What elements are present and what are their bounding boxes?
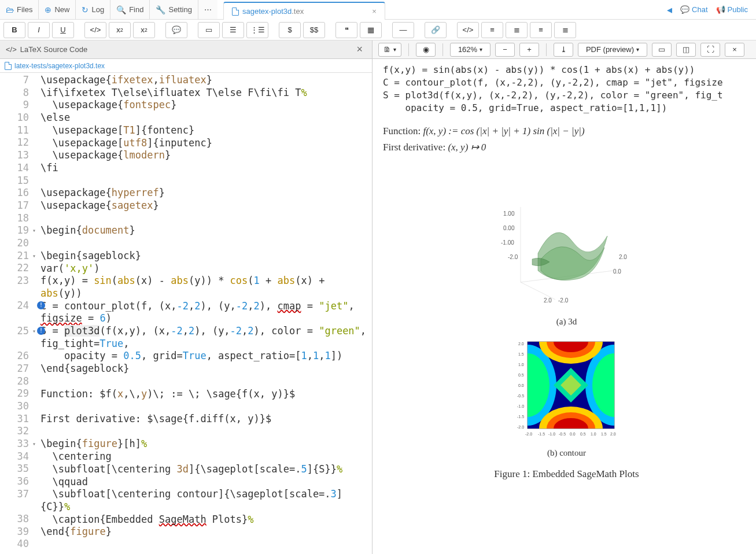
layout2-button[interactable]: ◫	[676, 43, 696, 57]
wrench-icon: 🔧	[156, 5, 165, 14]
ol-button[interactable]: ⋮☰	[246, 22, 268, 38]
search-icon: 🔍	[116, 5, 126, 14]
svg-text:-1.00: -1.00	[501, 239, 514, 246]
codeblock-button[interactable]: </>	[457, 22, 479, 38]
preview-code-line: S = plot3d(f(x,y), (x,-2,2), (y,-2,2), c…	[383, 89, 750, 102]
sync-button[interactable]: ◉	[416, 43, 436, 57]
caret-left-icon[interactable]: ◂	[667, 3, 672, 16]
svg-text:0.5: 0.5	[518, 373, 524, 377]
filepath-text: latex-tests/sagetex-plot3d.tex	[14, 62, 105, 70]
svg-text:0.5: 0.5	[580, 432, 586, 436]
quote-button[interactable]: ❝	[335, 22, 357, 38]
svg-text:2.0: 2.0	[619, 254, 627, 260]
link-button[interactable]: 🔗	[425, 22, 447, 38]
files-button[interactable]: 🗁Files	[0, 0, 39, 19]
svg-text:-2.0: -2.0	[517, 425, 524, 429]
file-icon	[232, 8, 239, 16]
preview-body[interactable]: f(x,y) = sin(abs(x) - abs(y)) * cos(1 + …	[373, 59, 756, 554]
svg-text:-2.0: -2.0	[525, 432, 532, 436]
editor-header: </>LaTeX Source Code ×	[0, 40, 372, 59]
svg-text:0.0: 0.0	[613, 268, 621, 275]
ul-button[interactable]: ☰	[222, 22, 244, 38]
preview-derivative: First derivative: (x, y) ↦ 0	[383, 140, 750, 155]
underline-button[interactable]: U	[52, 22, 74, 38]
svg-text:1.5: 1.5	[601, 432, 607, 436]
svg-text:-2.0: -2.0	[508, 254, 518, 260]
document-tab[interactable]: sagetex-plot3d.tex ×	[223, 2, 385, 20]
svg-text:-1.5: -1.5	[538, 432, 545, 436]
svg-text:0.0: 0.0	[570, 432, 576, 436]
contour-figure: 2.01.51.0 0.50.0-0.5 -1.0-1.5-2.0 -2.0-1…	[515, 338, 619, 442]
find-button[interactable]: 🔍Find	[110, 0, 150, 19]
filepath-bar[interactable]: latex-tests/sagetex-plot3d.tex	[0, 59, 372, 73]
preview-code-line: C = contour_plot(f, (x,-2,2), (y,-2,2), …	[383, 76, 750, 89]
align-left-button[interactable]: ≡	[481, 22, 503, 38]
zoom-out-button[interactable]: −	[495, 43, 515, 57]
svg-text:-2.0: -2.0	[558, 297, 569, 304]
refresh-icon: ↻	[82, 5, 88, 14]
caption-b: (b) contour	[383, 448, 750, 458]
svg-text:2.0: 2.0	[518, 342, 524, 346]
preview-function: Function: f(x, y) := cos (|x| + |y| + 1)…	[383, 124, 750, 139]
caption-a: (a) 3d	[383, 317, 750, 327]
close-tab-icon[interactable]: ×	[372, 7, 377, 16]
svg-text:0.0: 0.0	[518, 383, 524, 387]
svg-text:-1.0: -1.0	[517, 404, 524, 408]
svg-text:2.0: 2.0	[544, 297, 552, 304]
format-toolbar: B I U </> x2 x2 💬 ▭ ☰ ⋮☰ $ $$ ❝ ▦ — 🔗 </…	[0, 20, 756, 40]
table-button[interactable]: ▦	[360, 22, 382, 38]
zoom-in-button[interactable]: +	[519, 43, 539, 57]
zoom-display[interactable]: 162% ▾	[450, 43, 491, 57]
code-editor[interactable]: 78910111213141516171819▾2021▾222324!25▾!…	[0, 73, 372, 554]
page-button[interactable]: 🗎▾	[378, 43, 401, 57]
download-button[interactable]: ⤓	[554, 43, 573, 57]
display-math-button[interactable]: $$	[303, 22, 325, 38]
plot3d-figure: 1.00 0.00 -1.00 -2.0 2.0 0.0 2.0 -2.0	[497, 184, 636, 311]
preview-mode-dropdown[interactable]: PDF (preview) ▾	[578, 43, 647, 57]
fullscreen-button[interactable]: ⛶	[700, 43, 720, 57]
align-right-button[interactable]: ≡	[530, 22, 552, 38]
plus-icon: ⊕	[45, 5, 51, 14]
code-icon: </>	[6, 45, 17, 54]
editor-title: LaTeX Source Code	[20, 45, 87, 54]
close-preview-button[interactable]: ×	[725, 43, 744, 57]
chat-button[interactable]: 💬Chat	[680, 5, 707, 14]
log-button[interactable]: ↻Log	[76, 0, 110, 19]
megaphone-icon: 📢	[716, 5, 725, 14]
svg-text:0.00: 0.00	[503, 225, 515, 231]
box-button[interactable]: ▭	[198, 22, 220, 38]
align-center-button[interactable]: ≣	[506, 22, 528, 38]
folder-icon: 🗁	[6, 5, 14, 14]
italic-button[interactable]: I	[28, 22, 50, 38]
close-editor-icon[interactable]: ×	[353, 43, 366, 56]
code-button[interactable]: </>	[84, 22, 106, 38]
inline-math-button[interactable]: $	[279, 22, 301, 38]
comment-button[interactable]: 💬	[165, 22, 187, 38]
settings-button[interactable]: 🔧Setting	[150, 0, 198, 19]
svg-text:2.0: 2.0	[610, 432, 616, 436]
layout1-button[interactable]: ▭	[652, 43, 672, 57]
justify-button[interactable]: ≣	[554, 22, 576, 38]
svg-text:1.0: 1.0	[591, 432, 596, 436]
hr-button[interactable]: —	[392, 22, 414, 38]
superscript-button[interactable]: x2	[133, 22, 155, 38]
svg-text:1.0: 1.0	[518, 363, 524, 367]
preview-code-line: opacity = 0.5, grid=True, aspect_ratio=[…	[383, 102, 750, 115]
svg-text:-1.5: -1.5	[517, 415, 524, 419]
page-icon: 🗎	[383, 45, 391, 54]
figure-caption: Figure 1: Embedded SageMath Plots	[383, 468, 750, 480]
top-toolbar: 🗁Files ⊕New ↻Log 🔍Find 🔧Setting ⋯ sagete…	[0, 0, 756, 20]
subscript-button[interactable]: x2	[109, 22, 131, 38]
preview-code-line: f(x,y) = sin(abs(x) - abs(y)) * cos(1 + …	[383, 64, 750, 76]
new-button[interactable]: ⊕New	[39, 0, 76, 19]
svg-text:-1.0: -1.0	[548, 432, 555, 436]
svg-text:1.5: 1.5	[518, 352, 524, 356]
svg-text:1.00: 1.00	[503, 210, 515, 217]
public-button[interactable]: 📢Public	[716, 5, 748, 14]
preview-panel: 🗎▾ ◉ 162% ▾ − + ⤓ PDF (preview) ▾ ▭ ◫ ⛶ …	[373, 40, 756, 554]
preview-toolbar: 🗎▾ ◉ 162% ▾ − + ⤓ PDF (preview) ▾ ▭ ◫ ⛶ …	[373, 40, 756, 59]
bold-button[interactable]: B	[3, 22, 25, 38]
more-button[interactable]: ⋯	[198, 0, 217, 19]
editor-panel: </>LaTeX Source Code × latex-tests/saget…	[0, 40, 373, 554]
svg-text:-0.5: -0.5	[517, 394, 524, 398]
